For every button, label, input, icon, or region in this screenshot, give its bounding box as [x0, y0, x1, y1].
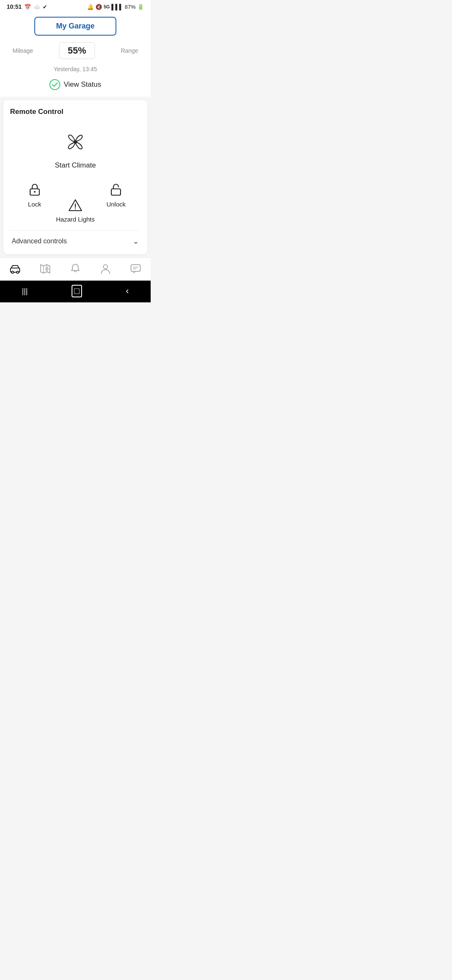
svg-point-16: [103, 265, 108, 269]
nav-person[interactable]: [100, 263, 111, 275]
cloud-icon: ☁️: [33, 4, 40, 10]
svg-point-0: [50, 80, 60, 90]
header: My Garage: [0, 12, 151, 42]
battery-icon: 🔋: [137, 4, 144, 10]
svg-rect-17: [131, 265, 140, 271]
start-climate-button[interactable]: Start Climate: [10, 124, 141, 178]
map-icon: [39, 263, 51, 275]
unlock-label: Unlock: [106, 201, 126, 208]
view-status-label: View Status: [64, 80, 101, 89]
advanced-controls-label: Advanced controls: [12, 237, 67, 245]
hazard-label: Hazard Lights: [56, 216, 95, 223]
battery-center: 55%: [59, 42, 95, 59]
car-icon: [9, 263, 21, 275]
pinwheel-icon: [62, 129, 89, 155]
status-check-icon: [49, 79, 60, 90]
signal-label: 5G: [104, 4, 110, 9]
lock-button[interactable]: Lock: [14, 182, 55, 208]
lock-label: Lock: [28, 201, 41, 208]
android-back-button[interactable]: ‹: [126, 286, 128, 297]
climate-label: Start Climate: [55, 161, 96, 170]
bell-icon: [69, 263, 81, 275]
svg-point-3: [34, 191, 36, 193]
chat-icon: [130, 263, 141, 275]
stats-row: Mileage 55% Range: [0, 42, 151, 64]
nav-bell[interactable]: [69, 263, 81, 275]
status-right: 🔔 🔇 5G ▌▌▌ 87% 🔋: [87, 4, 144, 10]
person-icon: [100, 263, 111, 275]
battery-label: 87%: [125, 4, 136, 10]
advanced-controls-button[interactable]: Advanced controls ⌄: [10, 230, 141, 248]
calendar-icon: 📅: [24, 4, 31, 10]
unlock-icon: [108, 182, 123, 197]
svg-point-9: [12, 271, 14, 273]
android-nav: ||| □ ‹: [0, 281, 151, 302]
check-icon: ✔: [43, 4, 47, 10]
mute-icon: 🔇: [95, 4, 102, 10]
android-home-button[interactable]: □: [72, 285, 82, 297]
lock-icon: [27, 182, 42, 197]
nav-chat[interactable]: [130, 263, 141, 275]
mileage-label: Mileage: [13, 47, 33, 54]
android-menu-button[interactable]: |||: [22, 287, 28, 296]
hazard-icon: [68, 198, 82, 212]
status-bar: 10:51 📅 ☁️ ✔ 🔔 🔇 5G ▌▌▌ 87% 🔋: [0, 0, 151, 12]
nav-map[interactable]: [39, 263, 51, 275]
svg-rect-7: [111, 189, 121, 195]
svg-point-6: [75, 209, 76, 210]
unlock-button[interactable]: Unlock: [96, 182, 136, 208]
chevron-down-icon: ⌄: [133, 237, 139, 246]
range-label: Range: [121, 47, 138, 54]
hazard-button[interactable]: Hazard Lights: [55, 182, 95, 223]
battery-percent: 55%: [68, 45, 86, 56]
timestamp: Yesterday, 13:45: [0, 64, 151, 77]
controls-row: Lock Hazard Lights Unlock: [10, 178, 141, 227]
remote-control-card: Remote Control Start Climate Lock: [3, 100, 147, 254]
status-time: 10:51: [7, 3, 22, 10]
alarm-icon: 🔔: [87, 4, 94, 10]
nav-car[interactable]: [9, 263, 21, 275]
view-status-row[interactable]: View Status: [0, 77, 151, 97]
remote-control-title: Remote Control: [10, 108, 141, 116]
network-icon: ▌▌▌: [111, 4, 123, 10]
my-garage-button[interactable]: My Garage: [34, 17, 116, 36]
svg-point-10: [17, 271, 19, 273]
bottom-nav: [0, 258, 151, 281]
